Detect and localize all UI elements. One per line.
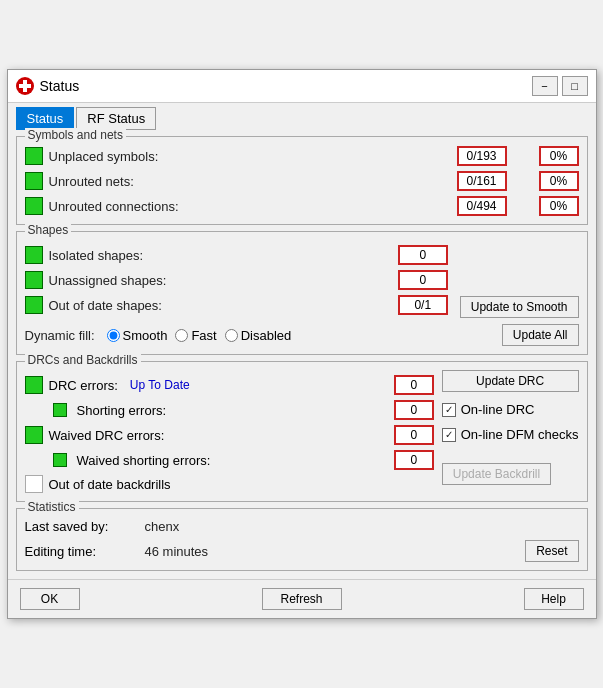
svg-rect-2: [19, 84, 31, 88]
update-all-button[interactable]: Update All: [502, 324, 579, 346]
radio-disabled[interactable]: Disabled: [225, 328, 292, 343]
unrouted-connections-row: Unrouted connections: 0/494 0%: [25, 196, 579, 216]
unplaced-symbols-percent: 0%: [539, 146, 579, 166]
drc-errors-row: DRC errors: Up To Date 0: [25, 375, 434, 395]
radio-fast[interactable]: Fast: [175, 328, 216, 343]
out-of-date-shapes-row: Out of date shapes: 0/1: [25, 295, 448, 315]
waived-shorting-indicator: [53, 453, 67, 467]
minimize-button[interactable]: −: [532, 76, 558, 96]
unrouted-connections-percent: 0%: [539, 196, 579, 216]
help-button[interactable]: Help: [524, 588, 584, 610]
radio-smooth-label: Smooth: [123, 328, 168, 343]
waived-shorting-label: Waived shorting errors:: [77, 453, 211, 468]
unrouted-connections-value: 0/494: [457, 196, 507, 216]
editing-time-value: 46 minutes: [145, 544, 526, 559]
waived-drc-row: Waived DRC errors: 0: [25, 425, 434, 445]
unplaced-symbols-indicator: [25, 147, 43, 165]
online-dfm-checkbox[interactable]: ✓: [442, 428, 456, 442]
app-icon: [16, 77, 34, 95]
ok-button[interactable]: OK: [20, 588, 80, 610]
update-drc-button[interactable]: Update DRC: [442, 370, 579, 392]
last-saved-label: Last saved by:: [25, 519, 145, 534]
tab-status[interactable]: Status: [16, 107, 75, 130]
unrouted-connections-indicator: [25, 197, 43, 215]
dynamic-fill-label: Dynamic fill:: [25, 328, 95, 343]
symbols-nets-group: Symbols and nets Unplaced symbols: 0/193…: [16, 136, 588, 225]
isolated-shapes-row: Isolated shapes: 0: [25, 245, 448, 265]
drc-errors-value: 0: [394, 375, 434, 395]
maximize-button[interactable]: □: [562, 76, 588, 96]
statistics-label: Statistics: [25, 500, 79, 514]
drc-errors-label: DRC errors:: [49, 378, 118, 393]
unrouted-nets-value: 0/161: [457, 171, 507, 191]
window-title: Status: [40, 78, 80, 94]
out-of-date-shapes-indicator: [25, 296, 43, 314]
unrouted-nets-indicator: [25, 172, 43, 190]
update-backdrill-button[interactable]: Update Backdrill: [442, 463, 551, 485]
shorting-errors-label: Shorting errors:: [77, 403, 167, 418]
isolated-shapes-value: 0: [398, 245, 448, 265]
out-of-date-shapes-value: 0/1: [398, 295, 448, 315]
shapes-group: Shapes Isolated shapes: 0 Unassigned sha…: [16, 231, 588, 355]
title-bar-controls: − □: [532, 76, 588, 96]
refresh-button[interactable]: Refresh: [262, 588, 342, 610]
waived-shorting-value: 0: [394, 450, 434, 470]
unassigned-shapes-label: Unassigned shapes:: [49, 273, 392, 288]
online-drc-row: ✓ On-line DRC: [442, 402, 579, 417]
shorting-errors-value: 0: [394, 400, 434, 420]
last-saved-value: chenx: [145, 519, 579, 534]
drc-status-text: Up To Date: [130, 378, 190, 392]
unplaced-symbols-label: Unplaced symbols:: [49, 149, 451, 164]
out-of-date-backdrills-row: Out of date backdrills: [25, 475, 434, 493]
drc-right-col: Update DRC ✓ On-line DRC ✓ On-line DFM c…: [442, 370, 579, 485]
backdrills-indicator: [25, 475, 43, 493]
radio-smooth[interactable]: Smooth: [107, 328, 168, 343]
radio-disabled-label: Disabled: [241, 328, 292, 343]
last-saved-row: Last saved by: chenx: [25, 519, 579, 534]
editing-time-row: Editing time: 46 minutes Reset: [25, 540, 579, 562]
online-drc-checkbox[interactable]: ✓: [442, 403, 456, 417]
unrouted-nets-label: Unrouted nets:: [49, 174, 451, 189]
isolated-shapes-label: Isolated shapes:: [49, 248, 392, 263]
out-of-date-shapes-label: Out of date shapes:: [49, 298, 392, 313]
drcs-group: DRCs and Backdrills DRC errors: Up To Da…: [16, 361, 588, 502]
unplaced-symbols-value: 0/193: [457, 146, 507, 166]
shapes-label: Shapes: [25, 223, 72, 237]
reset-button[interactable]: Reset: [525, 540, 578, 562]
shorting-errors-row: Shorting errors: 0: [53, 400, 434, 420]
unassigned-shapes-value: 0: [398, 270, 448, 290]
unrouted-nets-percent: 0%: [539, 171, 579, 191]
update-to-smooth-button[interactable]: Update to Smooth: [460, 296, 579, 318]
out-of-date-backdrills-label: Out of date backdrills: [49, 477, 171, 492]
editing-time-label: Editing time:: [25, 544, 145, 559]
bottom-bar: OK Refresh Help: [8, 579, 596, 618]
unrouted-connections-label: Unrouted connections:: [49, 199, 451, 214]
waived-drc-indicator: [25, 426, 43, 444]
waived-shorting-row: Waived shorting errors: 0: [53, 450, 434, 470]
unplaced-symbols-row: Unplaced symbols: 0/193 0%: [25, 146, 579, 166]
unassigned-shapes-row: Unassigned shapes: 0: [25, 270, 448, 290]
online-drc-label: On-line DRC: [461, 402, 535, 417]
main-content: Symbols and nets Unplaced symbols: 0/193…: [8, 130, 596, 579]
window: Status − □ Status RF Status Symbols and …: [7, 69, 597, 619]
unrouted-nets-row: Unrouted nets: 0/161 0%: [25, 171, 579, 191]
title-bar-left: Status: [16, 77, 80, 95]
title-bar: Status − □: [8, 70, 596, 103]
radio-fast-label: Fast: [191, 328, 216, 343]
waived-drc-value: 0: [394, 425, 434, 445]
tab-rf-status[interactable]: RF Status: [76, 107, 156, 130]
symbols-nets-label: Symbols and nets: [25, 128, 126, 142]
isolated-shapes-indicator: [25, 246, 43, 264]
unassigned-shapes-indicator: [25, 271, 43, 289]
drcs-label: DRCs and Backdrills: [25, 353, 141, 367]
waived-drc-label: Waived DRC errors:: [49, 428, 165, 443]
shorting-errors-indicator: [53, 403, 67, 417]
online-dfm-row: ✓ On-line DFM checks: [442, 427, 579, 442]
drc-errors-indicator: [25, 376, 43, 394]
statistics-group: Statistics Last saved by: chenx Editing …: [16, 508, 588, 571]
online-dfm-label: On-line DFM checks: [461, 427, 579, 442]
tab-bar: Status RF Status: [8, 103, 596, 130]
